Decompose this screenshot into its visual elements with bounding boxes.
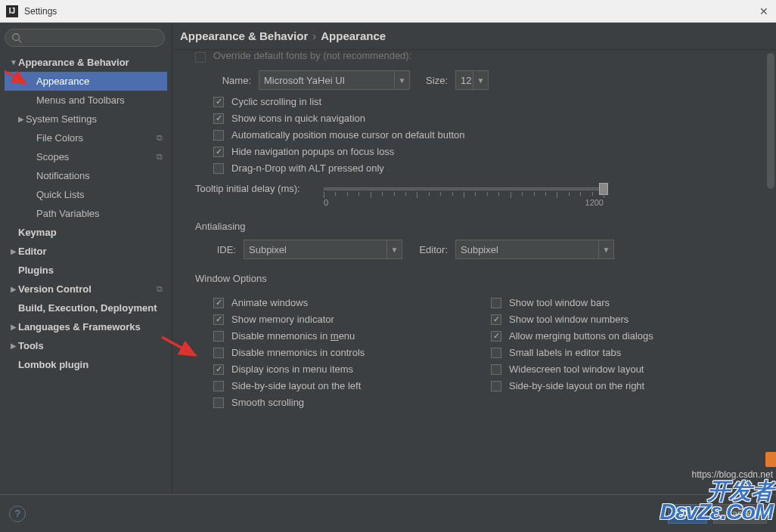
font-name-label: Name: [206, 75, 251, 86]
titlebar: IJ Settings ✕ [0, 0, 776, 23]
checkbox[interactable] [491, 331, 501, 342]
sidebar-item-label: Notifications [36, 170, 167, 181]
sidebar-item-label: Keymap [18, 227, 167, 238]
help-icon[interactable]: ? [9, 506, 26, 522]
chevron-right-icon: ▶ [9, 247, 18, 255]
checkbox-label: Side-by-side layout on the right [509, 380, 644, 391]
sidebar-item-plugins[interactable]: Plugins [5, 261, 167, 280]
sidebar-item-appearance-behavior[interactable]: ▼Appearance & Behavior [5, 53, 167, 72]
checkbox[interactable] [491, 364, 501, 375]
override-fonts-checkbox[interactable] [195, 52, 206, 63]
sidebar-item-keymap[interactable]: Keymap [5, 223, 167, 242]
watermark: https://blog.csdn.net 开发者 DεvZε.CoM [660, 471, 773, 521]
font-size-combo[interactable]: 12 ▼ [455, 70, 489, 90]
sidebar-item-notifications[interactable]: Notifications [5, 166, 167, 185]
sidebar-item-languages-frameworks[interactable]: ▶Languages & Frameworks [5, 317, 167, 336]
checkbox[interactable] [213, 130, 224, 141]
slider-min: 0 [324, 198, 328, 207]
project-badge-icon: ⧉ [157, 152, 163, 162]
checkbox[interactable] [491, 298, 501, 308]
sidebar-item-quick-lists[interactable]: Quick Lists [5, 185, 167, 204]
chevron-right-icon: ▶ [17, 115, 26, 123]
font-size-label: Size: [410, 75, 448, 86]
checkbox-label: Disable mnemonics in menu [231, 330, 355, 342]
sidebar-item-label: Scopes [36, 151, 157, 162]
sidebar: ▼Appearance & BehaviorAppearanceMenus an… [0, 23, 172, 494]
checkbox[interactable] [213, 364, 224, 375]
sidebar-item-appearance[interactable]: Appearance [5, 72, 167, 91]
sidebar-item-label: Editor [18, 246, 167, 257]
chevron-right-icon: › [312, 29, 316, 42]
aa-editor-value: Subpixel [461, 244, 498, 255]
checkbox[interactable] [213, 113, 224, 124]
checkbox-label: Disable mnemonics in controls [231, 347, 365, 358]
sidebar-item-label: Menus and Toolbars [36, 94, 167, 106]
checkbox-label: Display icons in menu items [231, 363, 353, 375]
close-icon[interactable]: ✕ [759, 5, 768, 17]
sidebar-item-lombok-plugin[interactable]: Lombok plugin [5, 355, 167, 374]
sidebar-item-label: Quick Lists [36, 189, 167, 200]
window-title: Settings [24, 6, 57, 17]
settings-tree: ▼Appearance & BehaviorAppearanceMenus an… [5, 53, 167, 374]
search-input[interactable] [26, 32, 158, 43]
sidebar-item-system-settings[interactable]: ▶System Settings [5, 110, 167, 128]
sidebar-item-tools[interactable]: ▶Tools [5, 336, 167, 355]
sidebar-item-label: Languages & Frameworks [18, 321, 167, 332]
checkbox[interactable] [491, 348, 501, 358]
chevron-down-icon: ▼ [386, 240, 402, 258]
aa-ide-combo[interactable]: Subpixel ▼ [244, 240, 402, 259]
checkbox-label: Animate windows [231, 297, 308, 308]
font-name-combo[interactable]: Microsoft YaHei UI ▼ [259, 70, 410, 90]
aa-ide-value: Subpixel [249, 244, 287, 255]
app-icon: IJ [6, 5, 18, 17]
checkbox[interactable] [213, 147, 224, 157]
tooltip-delay-slider[interactable]: 0 1200 [324, 183, 604, 206]
sidebar-item-label: Version Control [18, 283, 157, 295]
sidebar-item-menus-and-toolbars[interactable]: Menus and Toolbars [5, 91, 167, 110]
checkbox[interactable] [213, 298, 224, 308]
chevron-right-icon: ▶ [9, 323, 18, 331]
checkbox-label: Show tool window bars [509, 297, 610, 308]
checkbox[interactable] [491, 381, 501, 391]
sidebar-item-label: Tools [18, 340, 167, 351]
checkbox-label: Cyclic scrolling in list [231, 96, 321, 107]
checkbox-label: Show icons in quick navigation [231, 113, 365, 124]
main-panel: Appearance & Behavior › Appearance Overr… [172, 23, 776, 494]
checkbox-label: Smooth scrolling [231, 397, 304, 408]
sidebar-item-editor[interactable]: ▶Editor [5, 242, 167, 261]
checkbox-label: Hide navigation popups on focus loss [231, 146, 394, 157]
project-badge-icon: ⧉ [157, 284, 163, 294]
checkbox[interactable] [213, 381, 224, 391]
sidebar-item-label: Build, Execution, Deployment [18, 302, 167, 314]
checkbox[interactable] [213, 97, 224, 107]
search-box[interactable] [5, 29, 165, 47]
window-options-title: Window Options [195, 273, 768, 284]
sidebar-item-label: Lombok plugin [18, 359, 167, 370]
checkbox[interactable] [213, 163, 224, 174]
breadcrumb-root[interactable]: Appearance & Behavior [180, 29, 308, 42]
sidebar-item-label: System Settings [26, 113, 167, 125]
aa-editor-combo[interactable]: Subpixel ▼ [455, 240, 614, 259]
antialiasing-title: Antialiasing [195, 221, 768, 232]
sidebar-item-build-execution-deployment[interactable]: Build, Execution, Deployment [5, 298, 167, 317]
checkbox-label: Side-by-side layout on the left [231, 380, 361, 391]
aa-editor-label: Editor: [402, 244, 448, 255]
search-icon [11, 32, 22, 43]
checkbox[interactable] [213, 397, 224, 408]
side-badge-icon [765, 452, 776, 467]
font-name-value: Microsoft YaHei UI [264, 75, 345, 86]
checkbox[interactable] [213, 314, 224, 325]
sidebar-item-scopes[interactable]: Scopes⧉ [5, 147, 167, 166]
breadcrumb-leaf: Appearance [321, 29, 386, 42]
chevron-down-icon: ▼ [394, 71, 409, 89]
aa-ide-label: IDE: [206, 244, 236, 255]
checkbox[interactable] [491, 314, 501, 325]
sidebar-item-path-variables[interactable]: Path Variables [5, 204, 167, 223]
checkbox[interactable] [213, 348, 224, 358]
scrollbar[interactable] [767, 53, 774, 189]
chevron-right-icon: ▶ [9, 342, 18, 350]
sidebar-item-version-control[interactable]: ▶Version Control⧉ [5, 280, 167, 298]
checkbox[interactable] [213, 331, 224, 342]
font-size-value: 12 [461, 75, 471, 86]
sidebar-item-file-colors[interactable]: File Colors⧉ [5, 128, 167, 147]
